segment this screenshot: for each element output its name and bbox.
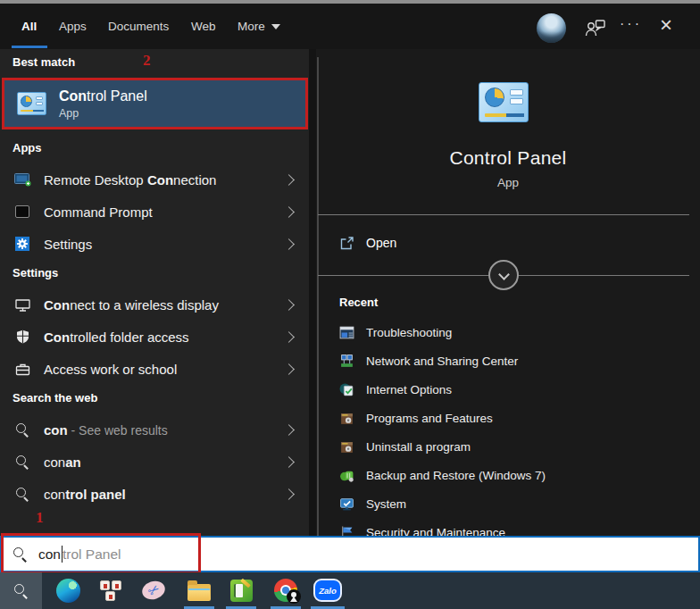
network-icon: [339, 354, 354, 369]
result-label: Remote Desktop Connection: [44, 172, 216, 188]
result-label: control panel: [44, 487, 126, 502]
chevron-right-icon[interactable]: [283, 299, 295, 311]
taskbar-zalo-icon[interactable]: Zalo: [312, 578, 343, 603]
result-command-prompt[interactable]: Command Prompt: [0, 196, 309, 228]
recent-item-internet-options[interactable]: Internet Options: [339, 375, 452, 404]
control-panel-icon: [17, 92, 46, 115]
settings-header: Settings: [12, 266, 58, 279]
feedback-icon[interactable]: [585, 19, 606, 38]
chevron-right-icon[interactable]: [283, 488, 295, 500]
recent-item-label: Network and Sharing Center: [366, 355, 518, 368]
result-label: conan: [44, 455, 81, 470]
chevron-right-icon[interactable]: [283, 238, 295, 250]
result-label: Settings: [44, 237, 92, 252]
recent-item-system[interactable]: System: [339, 489, 406, 518]
result-label: Access work or school: [44, 362, 177, 377]
taskbar-snipping-icon[interactable]: ✂: [141, 578, 166, 603]
remote-desktop-icon: [12, 173, 32, 187]
search-input[interactable]: con trol Panel: [0, 536, 700, 572]
search-typed-text: con: [38, 546, 61, 563]
taskbar-unikey-icon[interactable]: [98, 578, 123, 603]
open-button[interactable]: Open: [339, 232, 396, 254]
chevron-right-icon[interactable]: [283, 456, 295, 468]
settings-gear-icon: [12, 237, 32, 251]
search-icon: [13, 547, 27, 561]
recent-item-label: Troubleshooting: [366, 326, 452, 339]
result-connect-wireless-display[interactable]: Connect to a wireless display: [0, 288, 309, 321]
recent-item-programs-and-features[interactable]: Programs and Features: [339, 404, 493, 432]
scrollbar[interactable]: [317, 57, 319, 568]
taskbar-chrome-icon[interactable]: [273, 578, 298, 603]
result-label: Command Prompt: [44, 204, 153, 220]
active-tab-indicator: [12, 46, 47, 48]
more-options-icon[interactable]: ···: [620, 16, 642, 32]
search-icon: [12, 423, 32, 437]
launch-icon: [339, 236, 354, 251]
recent-item-label: System: [366, 497, 406, 511]
system-icon: [339, 496, 354, 512]
best-match-result-control-panel[interactable]: Control Panel App: [2, 78, 308, 129]
chevron-right-icon[interactable]: [283, 331, 295, 343]
shield-icon: [12, 330, 32, 344]
taskbar-file-explorer-icon[interactable]: [187, 578, 212, 603]
recent-item-backup-and-restore[interactable]: Backup and Restore (Windows 7): [339, 461, 546, 489]
recent-item-label: Programs and Features: [366, 412, 493, 425]
result-label: Connect to a wireless display: [44, 297, 219, 313]
recent-item-label: Internet Options: [366, 383, 452, 396]
tab-all[interactable]: All: [21, 4, 37, 49]
best-match-header: Best match: [12, 55, 75, 69]
search-suggestion-text: trol Panel: [62, 546, 121, 563]
tab-more[interactable]: More: [238, 4, 280, 49]
preview-app-title: Control Panel: [316, 147, 700, 169]
chevron-right-icon[interactable]: [283, 174, 295, 186]
zalo-label: Zalo: [319, 586, 337, 596]
expand-chevron-button[interactable]: [488, 260, 519, 290]
result-web-conan[interactable]: conan: [0, 446, 309, 478]
preview-app-subtitle: App: [316, 176, 700, 189]
search-icon: [14, 584, 28, 597]
chrome-profile-badge: [287, 589, 301, 604]
backup-restore-icon: [339, 468, 354, 483]
user-avatar[interactable]: [537, 13, 566, 43]
recent-item-network-sharing-center[interactable]: Network and Sharing Center: [339, 346, 518, 375]
divider: [318, 214, 689, 215]
search-the-web-header: Search the web: [12, 391, 97, 405]
close-icon[interactable]: ×: [660, 14, 672, 36]
programs-icon: [339, 411, 354, 426]
search-filter-bar: All Apps Documents Web More ··· ×: [0, 4, 700, 49]
chevron-right-icon[interactable]: [283, 424, 295, 436]
chevron-down-icon: [271, 24, 280, 29]
result-label: con - See web results: [44, 422, 168, 438]
recent-header: Recent: [339, 296, 378, 309]
taskbar-search-button[interactable]: [0, 572, 42, 609]
result-controlled-folder-access[interactable]: Controlled folder access: [0, 321, 309, 353]
open-label: Open: [366, 236, 396, 250]
tab-web[interactable]: Web: [191, 4, 216, 49]
recent-item-troubleshooting[interactable]: Troubleshooting: [339, 318, 452, 346]
internet-options-icon: [339, 382, 354, 397]
chevron-down-icon: [498, 269, 510, 280]
chevron-right-icon[interactable]: [283, 206, 295, 218]
tab-documents[interactable]: Documents: [108, 4, 169, 49]
control-panel-large-icon: [479, 82, 529, 122]
briefcase-icon: [12, 363, 32, 376]
result-label: Controlled folder access: [44, 330, 189, 345]
result-remote-desktop-connection[interactable]: Remote Desktop Connection: [0, 163, 309, 196]
search-icon: [12, 455, 32, 469]
result-web-con[interactable]: con - See web results: [0, 413, 309, 446]
apps-header: Apps: [12, 141, 42, 154]
recent-item-uninstall-a-program[interactable]: Uninstall a program: [339, 432, 471, 461]
tab-apps[interactable]: Apps: [59, 4, 87, 49]
recent-item-label: Uninstall a program: [366, 440, 471, 454]
taskbar-editor-icon[interactable]: [229, 578, 254, 603]
result-access-work-or-school[interactable]: Access work or school: [0, 353, 309, 385]
result-settings[interactable]: Settings: [0, 228, 309, 260]
recent-item-label: Backup and Restore (Windows 7): [366, 469, 546, 482]
panel-divider: [309, 49, 316, 573]
display-icon: [12, 298, 32, 312]
chevron-right-icon[interactable]: [283, 363, 295, 375]
result-web-control-panel[interactable]: control panel: [0, 478, 309, 510]
taskbar-edge-icon[interactable]: [55, 578, 80, 603]
command-prompt-icon: [12, 205, 32, 218]
uninstall-icon: [339, 439, 354, 455]
